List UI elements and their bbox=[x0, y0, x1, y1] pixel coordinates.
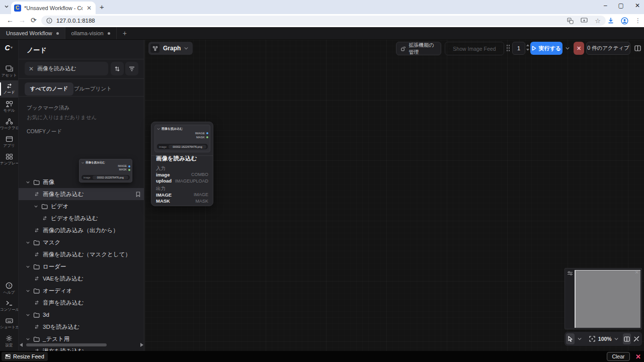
install-app-icon[interactable] bbox=[581, 18, 588, 24]
downloads-icon[interactable] bbox=[607, 17, 614, 24]
batch-count-input[interactable]: 1 bbox=[512, 42, 525, 55]
scrollbar-thumb[interactable] bbox=[26, 343, 107, 346]
manage-extensions-button[interactable]: 拡張機能の管理 bbox=[396, 42, 441, 55]
browser-tab[interactable]: *Unsaved Workflow - ComfyUI ✕ bbox=[11, 2, 96, 14]
chevron-down-icon bbox=[26, 289, 30, 293]
queue-drag-handle[interactable] bbox=[506, 44, 510, 52]
address-bar[interactable]: 127.0.0.1:8188 A ☆ bbox=[41, 16, 606, 26]
tree-item-folder[interactable]: 3d bbox=[19, 309, 144, 321]
minimap-viewport[interactable] bbox=[575, 270, 640, 328]
chevron-down-icon bbox=[566, 47, 570, 50]
tree-item-node[interactable]: 画像を読み込む bbox=[19, 188, 144, 200]
graph-breadcrumb[interactable]: Graph bbox=[148, 42, 193, 55]
window-close-button[interactable]: ✕ bbox=[635, 2, 640, 9]
filter-icon bbox=[129, 66, 135, 71]
preview-node-title: 画像を読み込む bbox=[156, 155, 197, 162]
fit-view-icon bbox=[589, 336, 595, 342]
clear-search-icon[interactable]: ✕ bbox=[29, 65, 34, 72]
param-type: MASK bbox=[195, 199, 208, 204]
sidebar-item-assets[interactable]: アセット bbox=[0, 63, 18, 80]
tree-item-folder[interactable]: マスク bbox=[19, 236, 144, 248]
run-button[interactable]: 実行する bbox=[530, 42, 562, 55]
sidebar-item-apps[interactable]: アプリ bbox=[0, 133, 18, 150]
window-minimize-button[interactable]: – bbox=[604, 2, 607, 9]
tree-item-node[interactable]: 音声を読み込む bbox=[19, 297, 144, 309]
sort-button[interactable] bbox=[111, 62, 124, 75]
bookmark-icon[interactable] bbox=[136, 192, 140, 197]
resize-feed-button[interactable]: Resize Feed bbox=[2, 352, 48, 361]
new-workflow-button[interactable]: + bbox=[117, 27, 133, 39]
zoom-level[interactable]: 100% bbox=[597, 336, 613, 342]
sidebar-item-templates[interactable]: テンプレート bbox=[0, 151, 18, 168]
comfyui-logo[interactable]: C▼ bbox=[0, 44, 18, 52]
tab-search-icon[interactable] bbox=[4, 4, 9, 9]
unsaved-dot-icon[interactable] bbox=[56, 32, 59, 35]
bookmark-star-icon[interactable]: ☆ bbox=[595, 17, 601, 25]
tab-all-nodes[interactable]: すべてのノード bbox=[25, 82, 73, 96]
forward-button[interactable]: → bbox=[19, 16, 26, 24]
tree-item-node[interactable]: 3Dを読み込む bbox=[19, 321, 144, 333]
browser-menu-icon[interactable]: ⋮ bbox=[635, 17, 641, 24]
sidebar-item-workflows[interactable]: ワークフロー bbox=[0, 116, 18, 133]
node-type-icon bbox=[34, 228, 40, 233]
tab-close-icon[interactable]: ✕ bbox=[86, 5, 93, 12]
tree-item-node[interactable]: 画像の読み込み（出力から） bbox=[19, 224, 144, 236]
tree-item-label: 画像を読み込む（マスクとして） bbox=[43, 251, 131, 258]
tree-item-node[interactable]: VAEを読み込む bbox=[19, 273, 144, 285]
panel-title: ノード bbox=[27, 46, 47, 55]
minimap-settings-icon[interactable] bbox=[567, 270, 573, 276]
minimap[interactable]: ✕ bbox=[565, 268, 642, 329]
fit-view-button[interactable] bbox=[588, 333, 596, 344]
param-row: imageCOMBO bbox=[156, 171, 208, 178]
clear-button[interactable]: Clear bbox=[607, 352, 630, 361]
tree-item-node[interactable]: ビデオを読み込む bbox=[19, 212, 144, 224]
filter-button[interactable] bbox=[125, 62, 138, 75]
tree-item-node[interactable]: 画像を読み込む（マスクとして） bbox=[19, 248, 144, 260]
minimap-close-icon[interactable]: ✕ bbox=[635, 269, 639, 275]
horizontal-scrollbar[interactable] bbox=[20, 343, 143, 347]
unsaved-dot-icon[interactable] bbox=[108, 32, 110, 35]
tab-blueprints[interactable]: ブループリント bbox=[69, 82, 117, 96]
profile-icon[interactable] bbox=[621, 17, 628, 25]
select-tool-button[interactable] bbox=[566, 333, 575, 344]
tree-item-folder[interactable]: ローダー bbox=[19, 260, 144, 273]
stop-button[interactable]: ✕ bbox=[574, 42, 584, 55]
sidebar-item-models[interactable]: モデル bbox=[0, 98, 18, 115]
back-button[interactable]: ← bbox=[7, 16, 14, 24]
node-search-input[interactable]: ✕ 画像を読み込む bbox=[25, 62, 108, 75]
sidebar-item-help[interactable]: ? ヘルプ bbox=[0, 280, 18, 297]
minimap-toggle-button[interactable] bbox=[623, 333, 631, 344]
sidebar-item-console[interactable]: コンソール bbox=[0, 298, 18, 315]
sidebar-item-settings[interactable]: 設定 bbox=[0, 333, 18, 350]
window-maximize-button[interactable]: ▢ bbox=[618, 2, 624, 9]
param-name: MASK bbox=[156, 198, 170, 204]
node-type-icon bbox=[42, 216, 48, 221]
workflow-tab-ollama-vision[interactable]: ollama-vision bbox=[65, 27, 117, 39]
tool-options-button[interactable] bbox=[576, 333, 584, 344]
new-tab-button[interactable]: + bbox=[100, 3, 104, 11]
active-jobs-indicator[interactable]: 0 件のアクティブ bbox=[586, 42, 630, 55]
scroll-left-icon[interactable] bbox=[20, 343, 23, 347]
eye-icon bbox=[499, 46, 500, 51]
tree-item-folder[interactable]: オーディオ bbox=[19, 285, 144, 297]
batch-decrement-icon[interactable] bbox=[526, 49, 529, 52]
link-off-icon bbox=[633, 336, 639, 342]
show-image-feed-toggle[interactable]: Show Image Feed bbox=[445, 42, 504, 55]
toggle-right-panel-button[interactable] bbox=[632, 42, 643, 55]
reload-button[interactable]: ⟳ bbox=[31, 16, 37, 24]
site-info-icon[interactable] bbox=[46, 18, 52, 24]
sidebar-item-shortcuts[interactable]: ショートカット bbox=[0, 315, 18, 332]
close-feed-button[interactable]: ✕ bbox=[633, 352, 643, 361]
tree-item-folder[interactable]: ビデオ bbox=[19, 200, 144, 212]
translate-icon[interactable]: A bbox=[567, 18, 574, 24]
batch-increment-icon[interactable] bbox=[526, 43, 529, 46]
zoom-options-button[interactable] bbox=[614, 333, 619, 344]
run-options-button[interactable] bbox=[564, 42, 572, 55]
scroll-right-icon[interactable] bbox=[140, 343, 143, 347]
toggle-links-button[interactable] bbox=[632, 333, 640, 344]
bookmarks-header: ブックマーク済み bbox=[27, 105, 69, 112]
workflow-tab-unsaved[interactable]: Unsaved Workflow bbox=[0, 27, 65, 39]
sidebar-item-nodes[interactable]: ノード bbox=[0, 80, 18, 98]
tree-item-label: 画像を読み込む bbox=[43, 191, 84, 198]
graph-canvas[interactable]: Graph 拡張機能の管理 Show Image Feed 1 実行する ✕ 0… bbox=[145, 40, 644, 351]
